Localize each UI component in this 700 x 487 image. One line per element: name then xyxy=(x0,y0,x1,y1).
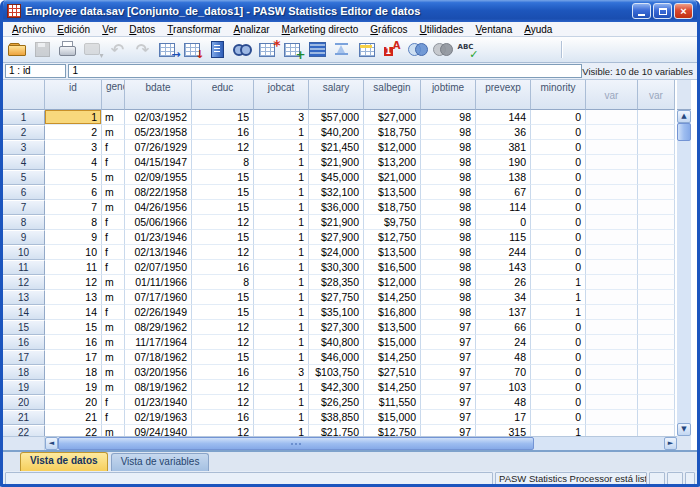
cell-6-jobcat[interactable]: 1 xyxy=(254,185,309,200)
cell-20-gender[interactable]: f xyxy=(102,395,125,410)
cell-21-id[interactable]: 21 xyxy=(45,410,102,425)
cell-3-prevexp[interactable]: 381 xyxy=(476,140,531,155)
cell-16-gender[interactable]: m xyxy=(102,335,125,350)
column-header-minority[interactable]: minority xyxy=(531,80,586,110)
menu-ayuda[interactable]: Ayuda xyxy=(518,23,558,36)
row-header-6[interactable]: 6 xyxy=(3,185,45,200)
scroll-down-button[interactable]: ▼ xyxy=(677,423,691,436)
cell-3-var2[interactable] xyxy=(638,140,675,155)
cell-1-educ[interactable]: 15 xyxy=(192,110,254,125)
cell-10-gender[interactable]: f xyxy=(102,245,125,260)
cell-13-var2[interactable] xyxy=(638,290,675,305)
cell-8-var2[interactable] xyxy=(638,215,675,230)
row-header-16[interactable]: 16 xyxy=(3,335,45,350)
cell-21-gender[interactable]: f xyxy=(102,410,125,425)
cell-2-var1[interactable] xyxy=(586,125,638,140)
cell-6-educ[interactable]: 15 xyxy=(192,185,254,200)
cell-14-prevexp[interactable]: 137 xyxy=(476,305,531,320)
row-header-21[interactable]: 21 xyxy=(3,410,45,425)
cell-1-gender[interactable]: m xyxy=(102,110,125,125)
cell-7-jobtime[interactable]: 98 xyxy=(421,200,476,215)
cell-6-prevexp[interactable]: 67 xyxy=(476,185,531,200)
cell-11-salary[interactable]: $30,300 xyxy=(309,260,364,275)
cell-16-minority[interactable]: 0 xyxy=(531,335,586,350)
cell-16-salbegin[interactable]: $15,000 xyxy=(364,335,421,350)
cell-5-salbegin[interactable]: $21,000 xyxy=(364,170,421,185)
menu-edici-n[interactable]: Edición xyxy=(51,23,96,36)
cell-13-var1[interactable] xyxy=(586,290,638,305)
row-header-2[interactable]: 2 xyxy=(3,125,45,140)
cell-5-educ[interactable]: 15 xyxy=(192,170,254,185)
row-header-18[interactable]: 18 xyxy=(3,365,45,380)
cell-14-jobcat[interactable]: 1 xyxy=(254,305,309,320)
row-header-9[interactable]: 9 xyxy=(3,230,45,245)
menu-datos[interactable]: Datos xyxy=(123,23,161,36)
cell-11-prevexp[interactable]: 143 xyxy=(476,260,531,275)
cell-11-educ[interactable]: 16 xyxy=(192,260,254,275)
row-header-19[interactable]: 19 xyxy=(3,380,45,395)
cell-2-bdate[interactable]: 05/23/1958 xyxy=(125,125,192,140)
cell-19-prevexp[interactable]: 103 xyxy=(476,380,531,395)
scroll-left-button[interactable]: ◄ xyxy=(45,437,58,450)
cell-21-jobtime[interactable]: 97 xyxy=(421,410,476,425)
close-button[interactable]: × xyxy=(674,3,693,19)
row-header-15[interactable]: 15 xyxy=(3,320,45,335)
cell-12-var2[interactable] xyxy=(638,275,675,290)
cell-17-jobcat[interactable]: 1 xyxy=(254,350,309,365)
cell-19-bdate[interactable]: 08/19/1962 xyxy=(125,380,192,395)
cell-9-prevexp[interactable]: 115 xyxy=(476,230,531,245)
cell-2-gender[interactable]: m xyxy=(102,125,125,140)
cell-8-salbegin[interactable]: $9,750 xyxy=(364,215,421,230)
cell-4-jobtime[interactable]: 98 xyxy=(421,155,476,170)
cell-12-jobtime[interactable]: 98 xyxy=(421,275,476,290)
cell-9-salary[interactable]: $27,900 xyxy=(309,230,364,245)
row-header-12[interactable]: 12 xyxy=(3,275,45,290)
cell-17-salbegin[interactable]: $14,250 xyxy=(364,350,421,365)
cell-21-salbegin[interactable]: $15,000 xyxy=(364,410,421,425)
cell-15-var2[interactable] xyxy=(638,320,675,335)
row-header-17[interactable]: 17 xyxy=(3,350,45,365)
cell-20-educ[interactable]: 12 xyxy=(192,395,254,410)
cell-12-bdate[interactable]: 01/11/1966 xyxy=(125,275,192,290)
horizontal-scroll-thumb[interactable] xyxy=(58,437,534,450)
cell-16-var1[interactable] xyxy=(586,335,638,350)
cell-14-var2[interactable] xyxy=(638,305,675,320)
row-header-7[interactable]: 7 xyxy=(3,200,45,215)
cell-14-salary[interactable]: $35,100 xyxy=(309,305,364,320)
menu-gr-ficos[interactable]: Gráficos xyxy=(364,23,413,36)
minimize-button[interactable] xyxy=(632,3,651,19)
cell-1-var1[interactable] xyxy=(586,110,638,125)
cell-15-minority[interactable]: 0 xyxy=(531,320,586,335)
cell-7-salary[interactable]: $36,000 xyxy=(309,200,364,215)
cell-16-jobcat[interactable]: 1 xyxy=(254,335,309,350)
cell-20-salbegin[interactable]: $11,550 xyxy=(364,395,421,410)
cell-1-var2[interactable] xyxy=(638,110,675,125)
cell-15-salary[interactable]: $27,300 xyxy=(309,320,364,335)
cell-17-bdate[interactable]: 07/18/1962 xyxy=(125,350,192,365)
cell-1-jobcat[interactable]: 3 xyxy=(254,110,309,125)
cell-14-minority[interactable]: 1 xyxy=(531,305,586,320)
cell-2-id[interactable]: 2 xyxy=(45,125,102,140)
cell-15-id[interactable]: 15 xyxy=(45,320,102,335)
cell-11-jobcat[interactable]: 1 xyxy=(254,260,309,275)
tab-data-view[interactable]: Vista de datos xyxy=(20,452,108,471)
cell-10-prevexp[interactable]: 244 xyxy=(476,245,531,260)
cell-16-educ[interactable]: 12 xyxy=(192,335,254,350)
cell-19-gender[interactable]: m xyxy=(102,380,125,395)
cell-13-educ[interactable]: 15 xyxy=(192,290,254,305)
cell-14-gender[interactable]: f xyxy=(102,305,125,320)
cell-17-minority[interactable]: 0 xyxy=(531,350,586,365)
cell-21-bdate[interactable]: 02/19/1963 xyxy=(125,410,192,425)
cell-12-gender[interactable]: m xyxy=(102,275,125,290)
row-header-11[interactable]: 11 xyxy=(3,260,45,275)
cell-1-jobtime[interactable]: 98 xyxy=(421,110,476,125)
weight-cases-button[interactable] xyxy=(330,38,355,62)
cell-9-jobtime[interactable]: 98 xyxy=(421,230,476,245)
cell-10-var1[interactable] xyxy=(586,245,638,260)
cell-18-id[interactable]: 18 xyxy=(45,365,102,380)
cell-16-bdate[interactable]: 11/17/1964 xyxy=(125,335,192,350)
menu-marketing-directo[interactable]: Marketing directo xyxy=(276,23,365,36)
cell-3-salbegin[interactable]: $12,000 xyxy=(364,140,421,155)
cell-10-salary[interactable]: $24,000 xyxy=(309,245,364,260)
cell-2-var2[interactable] xyxy=(638,125,675,140)
